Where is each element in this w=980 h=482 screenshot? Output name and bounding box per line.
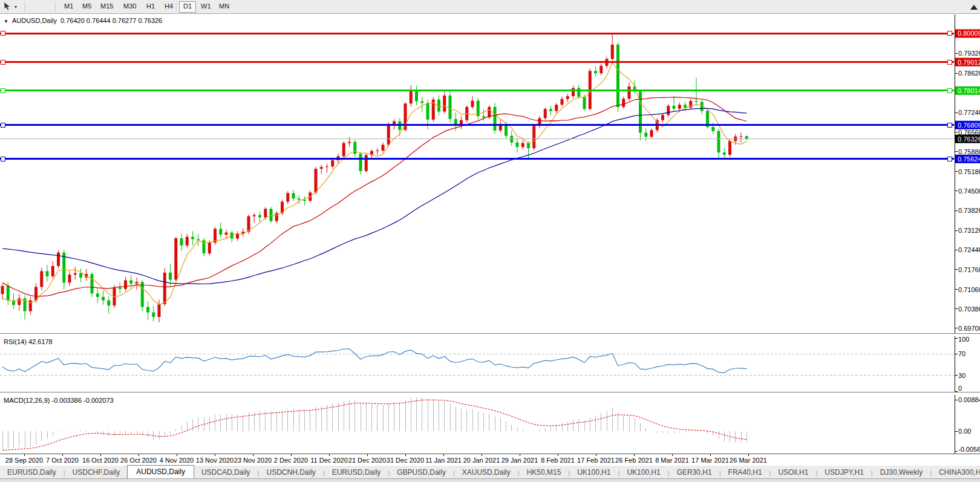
price-tick-label: 0.73120	[958, 227, 980, 234]
rsi-tick-label: 70	[958, 350, 965, 357]
date-tick	[62, 454, 63, 456]
rsi-indicator-pane[interactable]: 10070300 RSI(14) 42.6178	[0, 336, 980, 392]
main-chart-pane[interactable]: 0.793200.786200.779400.772400.765600.758…	[0, 15, 980, 333]
chevron-down-icon[interactable]: ▾	[15, 4, 17, 10]
candle-bull	[286, 193, 289, 201]
macd-values: -0.003386 -0.002073	[51, 397, 113, 404]
timeframe-button-w1[interactable]: W1	[197, 1, 215, 11]
line-handle[interactable]	[1, 31, 5, 36]
candle-bear	[303, 200, 306, 201]
line-handle[interactable]	[947, 88, 952, 93]
date-tick	[329, 454, 330, 456]
tab-usoil-h1[interactable]: USOil,H1	[771, 466, 815, 479]
timeframe-button-mn[interactable]: MN	[215, 1, 233, 11]
timeframe-button-h1[interactable]: H1	[143, 1, 158, 11]
price-tick-label: 0.69700	[958, 325, 980, 332]
date-tick	[100, 454, 101, 456]
line-handle[interactable]	[947, 31, 952, 36]
tab-ger30-h1[interactable]: GER30,H1	[670, 466, 719, 479]
timeframe-button-m5[interactable]: M5	[79, 1, 95, 11]
date-label: 4 Nov 2020	[160, 457, 194, 464]
candle-bull	[689, 101, 692, 108]
candle-bear	[673, 106, 676, 109]
timeframe-button-h4[interactable]: H4	[161, 1, 177, 11]
timeframe-button-d1[interactable]: D1	[179, 1, 196, 13]
tab-gbpusd-daily[interactable]: GBPUSD,Daily	[390, 466, 453, 479]
candle-bull	[158, 304, 161, 317]
date-tick	[177, 454, 177, 456]
line-handle[interactable]	[1, 157, 5, 161]
tab-usdcnh-daily[interactable]: USDCNH,Daily	[259, 466, 322, 479]
line-handle[interactable]	[1, 60, 5, 64]
candle-bear	[594, 71, 597, 73]
macd-indicator-pane[interactable]: 0.008840.00-0.005651 MACD(12,26,9) -0.00…	[0, 395, 980, 454]
candle-bull	[532, 126, 535, 148]
tab-uk100-h1[interactable]: UK100,H1	[619, 466, 667, 479]
line-handle[interactable]	[1, 88, 5, 93]
ma-fast	[2, 63, 746, 305]
tab-fra40-h1[interactable]: FRA40,H1	[721, 466, 769, 479]
date-label: 17 Feb 2021	[577, 457, 615, 464]
price-tick-label: 0.75880	[958, 148, 980, 155]
tab-china300-h1[interactable]: CHINA300,H1	[932, 466, 980, 479]
candle-bear	[258, 215, 261, 218]
line-handle[interactable]	[947, 123, 952, 127]
candle-bull	[320, 167, 323, 169]
candle-bull	[264, 209, 267, 217]
tab-usdcad-daily[interactable]: USDCAD,Daily	[194, 466, 258, 479]
date-label: 8 Mar 2021	[655, 457, 689, 464]
tab-dj30-weekly[interactable]: DJ30,Weekly	[873, 466, 930, 479]
candle-bear	[292, 193, 295, 198]
price-tick-label: 0.78620	[958, 70, 980, 77]
candle-bull	[225, 233, 228, 235]
date-label: 17 Mar 2021	[691, 457, 729, 464]
cursor-tool-icon[interactable]: ▾	[2, 1, 21, 12]
date-label: 16 Oct 2020	[82, 457, 119, 464]
candle-bull	[572, 88, 575, 96]
candle-bear	[119, 287, 122, 288]
macd-tick-label: -0.005651	[958, 446, 980, 453]
date-label: 20 Jan 2021	[463, 457, 500, 464]
candle-bull	[247, 217, 250, 232]
date-tick	[634, 454, 635, 456]
price-level-label-text: 0.78014	[958, 87, 980, 94]
candle-bear	[129, 281, 132, 284]
timeframe-button-m15[interactable]: M15	[97, 1, 117, 11]
tab-usdjpy-h1[interactable]: USDJPY,H1	[817, 466, 871, 479]
tab-hk50-m15[interactable]: HK50,M15	[520, 466, 569, 479]
tab-eurusd-daily[interactable]: EURUSD,Daily	[0, 466, 64, 479]
line-handle[interactable]	[947, 60, 952, 64]
candle-bear	[711, 127, 714, 131]
candle-bear	[141, 282, 144, 307]
candle-bear	[102, 297, 105, 301]
rsi-value: 42.6178	[28, 338, 53, 345]
candle-bull	[68, 275, 71, 282]
window-menu-caret-icon[interactable]: ▼	[4, 19, 8, 24]
candle-bear	[449, 96, 452, 119]
tab-xauusd-daily[interactable]: XAUUSD,Daily	[455, 466, 518, 479]
toolbar-grip[interactable]	[53, 2, 56, 11]
candle-bull	[382, 145, 385, 150]
timeframe-button-m1[interactable]: M1	[60, 1, 77, 11]
price-level-label-text: 0.79012	[958, 59, 980, 66]
date-axis[interactable]: 28 Sep 20207 Oct 202016 Oct 202026 Oct 2…	[0, 454, 980, 466]
tab-uk100-h1[interactable]: UK100,H1	[570, 466, 618, 479]
candle-bear	[146, 307, 149, 313]
timeframe-button-m30[interactable]: M30	[120, 1, 140, 11]
line-handle[interactable]	[947, 157, 952, 161]
candle-bull	[174, 238, 177, 280]
candle-bull	[410, 90, 413, 103]
candle-bull	[521, 143, 524, 148]
candle-bull	[544, 109, 547, 118]
date-label: 31 Dec 2020	[387, 457, 424, 464]
candle-bull	[393, 122, 396, 124]
toolbar-grip[interactable]	[23, 2, 25, 11]
candle-bear	[510, 136, 513, 143]
candle-bull	[74, 273, 77, 275]
toolbar-overflow-icon[interactable]	[970, 5, 978, 10]
candle-bear	[644, 132, 647, 137]
tab-audusd-daily[interactable]: AUDUSD,Daily	[127, 465, 194, 479]
tab-usdchf-daily[interactable]: USDCHF,Daily	[65, 466, 128, 479]
tab-eurusd-daily[interactable]: EURUSD,Daily	[325, 466, 388, 479]
line-handle[interactable]	[1, 123, 5, 127]
